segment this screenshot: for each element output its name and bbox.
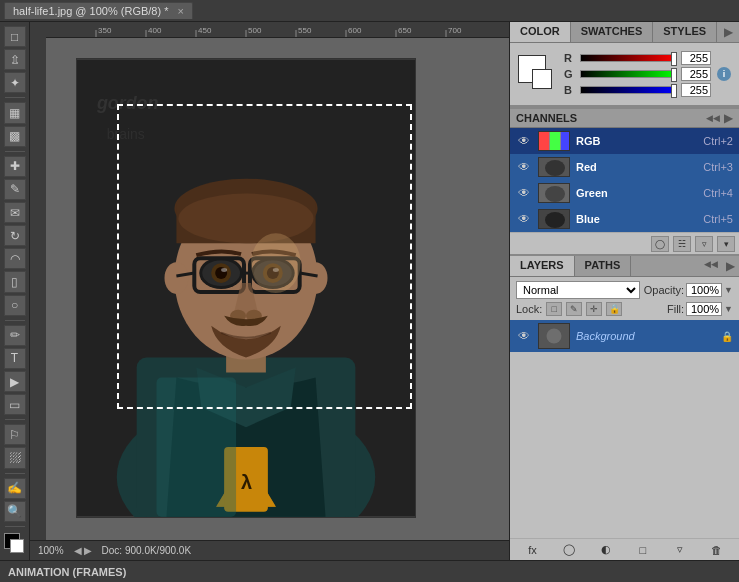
layer-group-btn[interactable]: □ bbox=[634, 542, 652, 558]
channel-green[interactable]: 👁 Green Ctrl+4 bbox=[510, 180, 739, 206]
channel-add-btn[interactable]: ◯ bbox=[651, 236, 669, 252]
svg-text:600: 600 bbox=[348, 26, 362, 35]
tool-brush[interactable]: ✎ bbox=[4, 179, 26, 200]
r-slider[interactable] bbox=[580, 54, 677, 62]
tool-eraser[interactable]: ◠ bbox=[4, 248, 26, 269]
eye-icon-rgb[interactable]: 👁 bbox=[516, 134, 532, 148]
tool-path[interactable]: ▶ bbox=[4, 371, 26, 392]
info-icon[interactable]: i bbox=[717, 67, 731, 81]
lock-all[interactable]: 🔒 bbox=[606, 302, 622, 316]
close-icon[interactable]: × bbox=[178, 5, 184, 17]
nav-arrows[interactable]: ◀ ▶ bbox=[74, 545, 92, 556]
tab-paths[interactable]: PATHS bbox=[575, 256, 632, 276]
tool-notes[interactable]: ⚐ bbox=[4, 424, 26, 445]
svg-text:700: 700 bbox=[448, 26, 462, 35]
lock-transparent[interactable]: □ bbox=[546, 302, 562, 316]
tab-layers[interactable]: LAYERS bbox=[510, 256, 575, 276]
layer-adj-btn[interactable]: ◐ bbox=[597, 542, 615, 558]
b-slider[interactable] bbox=[580, 86, 677, 94]
tool-hand[interactable]: ✍ bbox=[4, 478, 26, 499]
r-value[interactable] bbox=[681, 51, 711, 65]
file-tab[interactable]: half-life1.jpg @ 100% (RGB/8) * × bbox=[4, 2, 193, 19]
svg-text:500: 500 bbox=[248, 26, 262, 35]
tab-styles[interactable]: STYLES bbox=[653, 22, 717, 42]
lock-image[interactable]: ✎ bbox=[566, 302, 582, 316]
tool-dodge[interactable]: ○ bbox=[4, 295, 26, 316]
layer-delete-btn[interactable]: 🗑 bbox=[708, 542, 726, 558]
g-value[interactable] bbox=[681, 67, 711, 81]
layer-mask-btn[interactable]: ◯ bbox=[560, 542, 578, 558]
channels-collapse[interactable]: ◀◀ bbox=[706, 113, 720, 123]
tab-color[interactable]: COLOR bbox=[510, 22, 571, 42]
tab-swatches[interactable]: SWATCHES bbox=[571, 22, 654, 42]
channel-blue[interactable]: 👁 Blue Ctrl+5 bbox=[510, 206, 739, 232]
channels-list: 👁 RGB Ctrl+2 👁 Red Ctrl+3 bbox=[510, 128, 739, 232]
svg-text:gordon: gordon bbox=[96, 93, 159, 113]
eye-icon-red[interactable]: 👁 bbox=[516, 160, 532, 174]
tool-gradient[interactable]: ▯ bbox=[4, 271, 26, 292]
top-bar: half-life1.jpg @ 100% (RGB/8) * × bbox=[0, 0, 739, 22]
eye-icon-layer[interactable]: 👁 bbox=[516, 329, 532, 343]
tool-heal[interactable]: ✚ bbox=[4, 156, 26, 177]
lock-label: Lock: bbox=[516, 303, 542, 315]
b-label: B bbox=[564, 84, 576, 96]
channel-rgb[interactable]: 👁 RGB Ctrl+2 bbox=[510, 128, 739, 154]
opacity-label: Opacity: bbox=[644, 284, 684, 296]
tool-zoom[interactable]: 🔍 bbox=[4, 501, 26, 522]
tool-text[interactable]: T bbox=[4, 348, 26, 369]
layers-menu[interactable]: ▶ bbox=[722, 256, 739, 276]
ruler-horizontal: 350 400 450 500 550 600 650 700 bbox=[46, 22, 509, 38]
opacity-arrow[interactable]: ▼ bbox=[724, 285, 733, 295]
layer-new-btn[interactable]: ▿ bbox=[671, 542, 689, 558]
tool-history[interactable]: ↻ bbox=[4, 225, 26, 246]
channel-thumb-rgb bbox=[538, 131, 570, 151]
channel-load-btn[interactable]: ▿ bbox=[695, 236, 713, 252]
eye-icon-green[interactable]: 👁 bbox=[516, 186, 532, 200]
tool-lasso[interactable]: ⇫ bbox=[4, 49, 26, 70]
svg-point-34 bbox=[304, 262, 328, 294]
blend-mode-select[interactable]: Normal bbox=[516, 281, 640, 299]
eye-icon-blue[interactable]: 👁 bbox=[516, 212, 532, 226]
ruler-vertical bbox=[30, 38, 46, 560]
animation-label: ANIMATION (FRAMES) bbox=[8, 566, 126, 578]
channel-save-btn[interactable]: ▾ bbox=[717, 236, 735, 252]
right-panels: COLOR SWATCHES STYLES ▶ R bbox=[509, 22, 739, 560]
tool-magic[interactable]: ✦ bbox=[4, 72, 26, 93]
opacity-input[interactable] bbox=[686, 283, 722, 297]
channels-footer: ◯ ☵ ▿ ▾ bbox=[510, 232, 739, 254]
fill-arrow[interactable]: ▼ bbox=[724, 304, 733, 314]
layer-name: Background bbox=[576, 330, 715, 342]
tool-crop[interactable]: ▦ bbox=[4, 102, 26, 123]
layers-footer: fx ◯ ◐ □ ▿ 🗑 bbox=[510, 538, 739, 560]
panel-menu-icon[interactable]: ▶ bbox=[718, 22, 739, 42]
doc-info: Doc: 900.0K/900.0K bbox=[102, 545, 192, 556]
tool-shape[interactable]: ▭ bbox=[4, 394, 26, 415]
channel-red[interactable]: 👁 Red Ctrl+3 bbox=[510, 154, 739, 180]
background-swatch[interactable] bbox=[532, 69, 552, 89]
canvas-image[interactable]: gordon brains λ bbox=[76, 58, 416, 518]
svg-text:450: 450 bbox=[198, 26, 212, 35]
tool-marquee[interactable]: □ bbox=[4, 26, 26, 47]
color-swatches[interactable] bbox=[518, 55, 558, 93]
channel-name-blue: Blue bbox=[576, 213, 697, 225]
bg-swatch[interactable] bbox=[10, 539, 24, 553]
g-slider[interactable] bbox=[580, 70, 677, 78]
lock-position[interactable]: ✛ bbox=[586, 302, 602, 316]
layer-fx-btn[interactable]: fx bbox=[523, 542, 541, 558]
layer-background[interactable]: 👁 Background 🔒 bbox=[510, 320, 739, 352]
tool-slice[interactable]: ▩ bbox=[4, 126, 26, 147]
tool-eyedropper[interactable]: ⛆ bbox=[4, 447, 26, 468]
b-value[interactable] bbox=[681, 83, 711, 97]
fill-input[interactable] bbox=[686, 302, 722, 316]
channel-shortcut-rgb: Ctrl+2 bbox=[703, 135, 733, 147]
layers-collapse[interactable]: ◀◀ bbox=[700, 256, 722, 276]
svg-point-33 bbox=[164, 262, 188, 294]
channel-delete-btn[interactable]: ☵ bbox=[673, 236, 691, 252]
svg-rect-17 bbox=[30, 38, 46, 560]
tool-pen[interactable]: ✏ bbox=[4, 325, 26, 346]
layers-header: LAYERS PATHS ◀◀ ▶ bbox=[510, 254, 739, 277]
svg-rect-56 bbox=[550, 132, 560, 151]
channels-menu[interactable]: ▶ bbox=[724, 111, 733, 125]
tool-stamp[interactable]: ✉ bbox=[4, 202, 26, 223]
r-label: R bbox=[564, 52, 576, 64]
